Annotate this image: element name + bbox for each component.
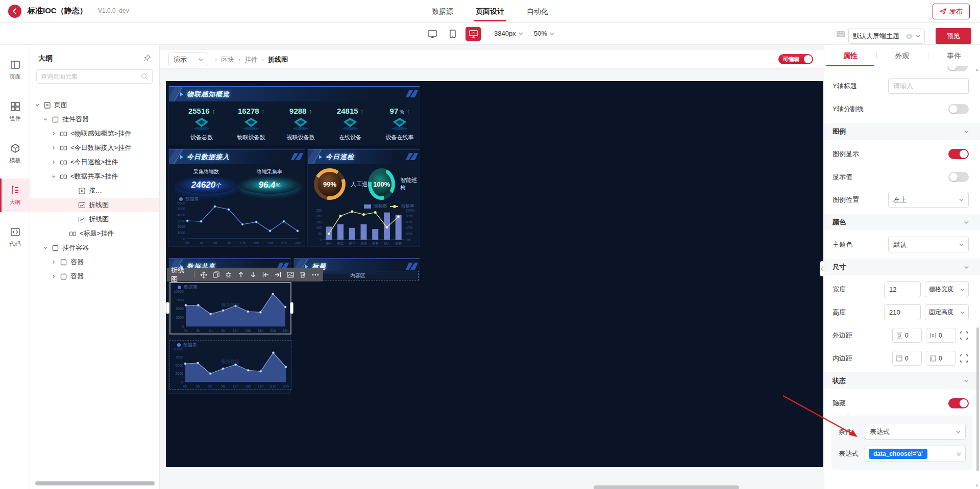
screenshot-icon[interactable] (287, 271, 294, 278)
theme-select[interactable]: 默认大屏端主题 (848, 29, 925, 44)
pin-icon[interactable] (143, 54, 151, 62)
legend-show-toggle[interactable] (948, 149, 969, 159)
expression-tag[interactable]: data_choose!='a' (869, 449, 927, 459)
rail-item-code[interactable]: 代码 (0, 220, 30, 254)
panel-overview[interactable]: 物联感知概览 25516 ↑设备总数16278 ↑物联设备数9288 ↑视联设备… (168, 86, 420, 145)
outline-search-box[interactable] (36, 69, 153, 84)
panel-access[interactable]: 今日数据接入 采集终端数 24620个 终端采集率 96.4% 数据量 0100… (168, 148, 305, 247)
tree-item[interactable]: <今日数据接入>挂件 (30, 141, 159, 155)
line-chart-widget[interactable]: 数据量 0250050007500100000h3h6h9h12h15h18h2… (169, 340, 291, 390)
tree-item[interactable]: 容器 (30, 269, 159, 284)
caret-right-icon[interactable] (51, 131, 57, 137)
caret-right-icon[interactable] (51, 145, 57, 151)
clear-icon[interactable]: ⊗ (956, 450, 962, 457)
expression-input[interactable]: data_choose!='a' ⊗ (865, 446, 966, 461)
preview-button[interactable]: 预览 (936, 28, 971, 44)
tab-datasource[interactable]: 数据源 (432, 0, 453, 23)
caret-right-icon[interactable] (51, 159, 57, 165)
editable-toggle[interactable]: 可编辑 (778, 54, 813, 64)
tree-item[interactable]: 挂件容器 (30, 241, 159, 255)
crumb-block[interactable]: 区块 (221, 55, 234, 64)
tree-item[interactable]: 页面 (30, 98, 159, 112)
svg-text:0: 0 (183, 237, 185, 241)
width-input[interactable] (884, 281, 921, 297)
rail-item-outline[interactable]: 大纲 (0, 178, 30, 212)
crumb-widget[interactable]: 挂件 (244, 55, 258, 64)
copy-icon[interactable] (213, 271, 219, 278)
more-icon[interactable] (312, 271, 319, 278)
tab-page-design[interactable]: 页面设计 (476, 0, 504, 23)
caret-down-icon[interactable] (42, 116, 48, 122)
delete-icon[interactable] (300, 271, 306, 278)
y-axis-title-input[interactable] (888, 78, 969, 94)
padding-horizontal-input[interactable]: 0 (926, 351, 955, 366)
collect-icon[interactable] (225, 271, 232, 278)
tab-attributes[interactable]: 属性 (824, 45, 876, 66)
margin-horizontal-input[interactable]: 0 (926, 328, 955, 343)
tab-appearance[interactable]: 外观 (876, 45, 928, 66)
clipped-toggle[interactable] (947, 66, 968, 71)
tab-automation[interactable]: 自动化 (527, 0, 548, 23)
height-input[interactable] (884, 304, 921, 320)
clear-circle-icon[interactable] (906, 33, 913, 40)
move-to-start-icon[interactable] (262, 271, 269, 278)
arrow-down-icon[interactable] (250, 271, 256, 278)
rail-item-templates[interactable]: 模板 (0, 137, 30, 170)
panel-inspection[interactable]: 今日巡检 99% 人工巡检 100% 智能巡检 巡检数 合格率 05010015… (307, 148, 420, 247)
tree-item[interactable]: 折线图 (30, 198, 159, 212)
section-legend[interactable]: 图例 (824, 123, 980, 140)
device-mobile-button[interactable] (445, 27, 460, 41)
device-bigscreen-button[interactable] (465, 27, 481, 41)
arrow-up-icon[interactable] (237, 271, 244, 278)
rail-item-pages[interactable]: 页面 (0, 53, 30, 87)
section-state[interactable]: 状态 (824, 372, 980, 389)
move-icon[interactable] (200, 271, 207, 278)
tree-item[interactable]: <数据共享>挂件 (30, 169, 159, 184)
search-input[interactable] (41, 73, 141, 80)
caret-down-icon[interactable] (42, 245, 48, 251)
resize-handle-left[interactable] (166, 302, 169, 314)
padding-vertical-input[interactable]: 0 (892, 351, 922, 366)
line-chart-widget-selected[interactable]: 数据量 0250050007500100000h3h6h9h12h15h18h2… (169, 282, 291, 334)
height-mode-select[interactable]: 固定高度 (925, 304, 969, 320)
caret-down-icon[interactable] (34, 102, 40, 108)
width-mode-select[interactable]: 栅格宽度 (925, 281, 969, 297)
show-value-toggle[interactable] (948, 172, 969, 182)
rail-item-components[interactable]: 组件 (0, 95, 30, 128)
publish-button[interactable]: 发布 (933, 4, 970, 19)
expand-sides-icon[interactable] (960, 331, 969, 340)
zoom-dropdown[interactable]: 50% (534, 30, 554, 37)
expand-sides-icon[interactable] (960, 354, 969, 363)
outline-horizontal-scrollbar[interactable] (35, 481, 155, 485)
hidden-toggle[interactable] (948, 398, 969, 408)
section-color[interactable]: 颜色 (824, 214, 980, 230)
caret-right-icon[interactable] (51, 259, 57, 265)
tab-events[interactable]: 事件 (928, 45, 980, 66)
device-desktop-button[interactable] (425, 27, 440, 41)
properties-vertical-scrollbar[interactable] (976, 327, 979, 471)
tree-item[interactable]: <今日巡检>挂件 (30, 155, 159, 169)
design-canvas[interactable]: 物联感知概览 25516 ↑设备总数16278 ↑物联设备数9288 ↑视联设备… (166, 81, 823, 467)
tree-item[interactable]: 折线图 (30, 212, 159, 226)
tree-item[interactable]: <物联感知概览>挂件 (30, 126, 159, 141)
mode-select[interactable]: 演示 (168, 53, 208, 66)
tree-item[interactable]: <标题>挂件 (30, 226, 159, 241)
legend-position-select[interactable]: 左上 (888, 192, 969, 208)
canvas-horizontal-scrollbar[interactable] (594, 485, 739, 489)
tree-item[interactable]: 容器 (30, 255, 159, 269)
tree-item[interactable]: 挂件容器 (30, 112, 159, 126)
margin-vertical-input[interactable]: 0 (892, 328, 922, 343)
canvas-width-dropdown[interactable]: 3840px (494, 30, 523, 37)
legend-bar-icon (364, 204, 371, 209)
theme-color-select[interactable]: 默认 (888, 237, 969, 252)
tree-item[interactable]: 按… (30, 184, 159, 198)
move-to-end-icon[interactable] (275, 271, 281, 278)
resize-handle-right[interactable] (290, 302, 293, 314)
caret-right-icon[interactable] (51, 273, 57, 279)
caret-down-icon[interactable] (51, 173, 57, 179)
section-size[interactable]: 尺寸 (824, 259, 980, 275)
scrollbar-up-arrow[interactable]: ▲ (975, 67, 979, 72)
condition-select[interactable]: 表达式 (865, 424, 966, 440)
y-axis-splitline-toggle[interactable] (948, 104, 969, 114)
scrollbar-down-arrow[interactable]: ▼ (975, 483, 979, 488)
